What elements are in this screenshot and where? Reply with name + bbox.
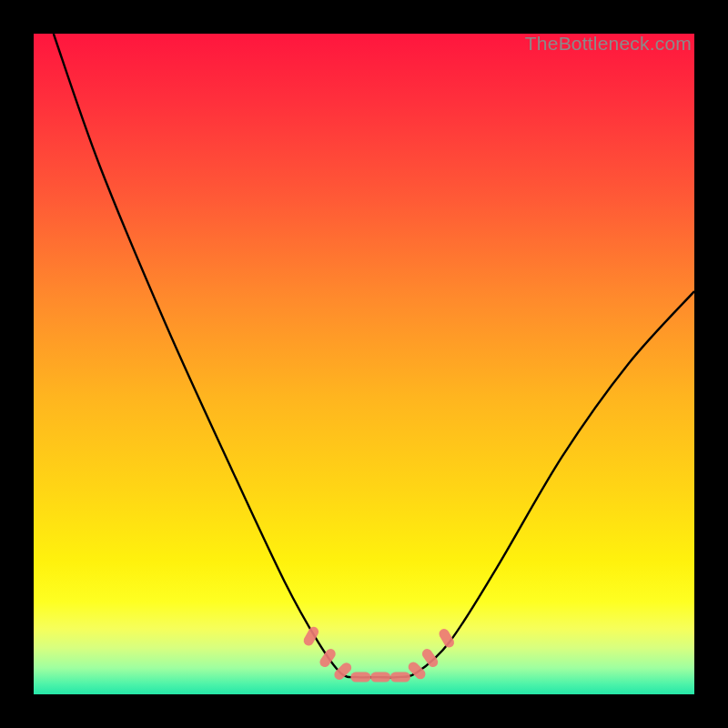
svg-rect-2 <box>332 661 353 682</box>
bottom-markers <box>302 625 456 682</box>
marker-5 <box>390 672 410 682</box>
svg-rect-3 <box>350 672 370 682</box>
svg-rect-7 <box>420 647 440 669</box>
marker-3 <box>350 672 370 682</box>
chart-frame: TheBottleneck.com <box>0 0 728 728</box>
marker-2 <box>332 661 353 682</box>
bottleneck-curve <box>54 34 694 678</box>
marker-0 <box>302 625 321 648</box>
svg-rect-0 <box>302 625 321 648</box>
marker-7 <box>420 647 440 669</box>
bottleneck-curve-path <box>54 34 694 678</box>
marker-4 <box>370 672 390 682</box>
watermark-label: TheBottleneck.com <box>525 33 692 55</box>
chart-overlay <box>34 34 694 694</box>
svg-rect-4 <box>370 672 390 682</box>
svg-rect-5 <box>390 672 410 682</box>
